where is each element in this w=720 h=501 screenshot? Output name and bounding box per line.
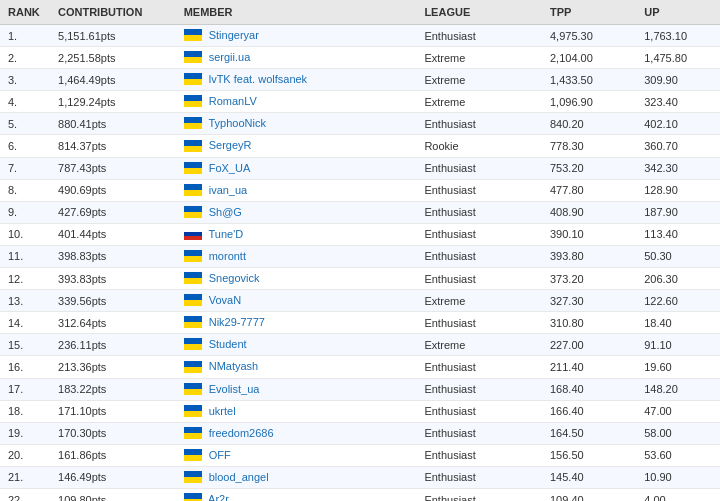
header-member: MEMBER [176, 0, 417, 25]
cell-rank: 22. [0, 488, 50, 501]
cell-league: Enthusiast [416, 113, 542, 135]
cell-member: FoX_UA [176, 157, 417, 179]
cell-rank: 17. [0, 378, 50, 400]
member-link[interactable]: Evolist_ua [209, 383, 260, 395]
cell-member: VovaN [176, 290, 417, 312]
header-rank: RANK [0, 0, 50, 25]
member-link[interactable]: Sh@G [209, 206, 242, 218]
flag-icon [184, 184, 202, 196]
table-row: 2. 2,251.58pts sergii.ua Extreme 2,104.0… [0, 47, 720, 69]
cell-contribution: 787.43pts [50, 157, 176, 179]
cell-league: Enthusiast [416, 179, 542, 201]
flag-icon [184, 162, 202, 174]
flag-icon [184, 338, 202, 350]
cell-member: morontt [176, 245, 417, 267]
header-up: UP [636, 0, 720, 25]
cell-up: 360.70 [636, 135, 720, 157]
cell-rank: 8. [0, 179, 50, 201]
cell-contribution: 339.56pts [50, 290, 176, 312]
table-row: 11. 398.83pts morontt Enthusiast 393.80 … [0, 245, 720, 267]
cell-rank: 4. [0, 91, 50, 113]
cell-league: Enthusiast [416, 157, 542, 179]
cell-up: 122.60 [636, 290, 720, 312]
cell-up: 50.30 [636, 245, 720, 267]
cell-tpp: 211.40 [542, 356, 636, 378]
member-link[interactable]: OFF [209, 449, 231, 461]
member-link[interactable]: morontt [209, 250, 246, 262]
member-link[interactable]: blood_angel [209, 471, 269, 483]
cell-tpp: 109.40 [542, 488, 636, 501]
cell-tpp: 1,096.90 [542, 91, 636, 113]
cell-tpp: 840.20 [542, 113, 636, 135]
member-link[interactable]: Nik29-7777 [209, 316, 265, 328]
cell-contribution: 880.41pts [50, 113, 176, 135]
cell-tpp: 753.20 [542, 157, 636, 179]
cell-contribution: 1,464.49pts [50, 69, 176, 91]
cell-league: Extreme [416, 91, 542, 113]
cell-rank: 20. [0, 444, 50, 466]
flag-icon [184, 294, 202, 306]
cell-contribution: 146.49pts [50, 466, 176, 488]
table-row: 22. 109.80pts Ar2r Enthusiast 109.40 4.0… [0, 488, 720, 501]
cell-member: lvTK feat. wolfsanek [176, 69, 417, 91]
table-row: 16. 213.36pts NMatyash Enthusiast 211.40… [0, 356, 720, 378]
flag-icon [184, 51, 202, 63]
member-link[interactable]: FoX_UA [209, 162, 251, 174]
header-tpp: TPP [542, 0, 636, 25]
cell-contribution: 213.36pts [50, 356, 176, 378]
member-link[interactable]: NMatyash [209, 360, 259, 372]
cell-rank: 9. [0, 201, 50, 223]
cell-league: Enthusiast [416, 268, 542, 290]
flag-icon [184, 272, 202, 284]
member-link[interactable]: RomanLV [209, 95, 257, 107]
member-link[interactable]: freedom2686 [209, 427, 274, 439]
cell-tpp: 164.50 [542, 422, 636, 444]
cell-member: blood_angel [176, 466, 417, 488]
header-contribution: CONTRIBUTION [50, 0, 176, 25]
cell-up: 128.90 [636, 179, 720, 201]
cell-tpp: 408.90 [542, 201, 636, 223]
member-link[interactable]: VovaN [209, 294, 241, 306]
cell-rank: 12. [0, 268, 50, 290]
member-link[interactable]: Snegovick [209, 272, 260, 284]
table-row: 12. 393.83pts Snegovick Enthusiast 373.2… [0, 268, 720, 290]
member-link[interactable]: ivan_ua [209, 184, 248, 196]
cell-member: Ar2r [176, 488, 417, 501]
cell-tpp: 1,433.50 [542, 69, 636, 91]
member-link[interactable]: Stingeryar [209, 29, 259, 41]
cell-contribution: 312.64pts [50, 312, 176, 334]
table-row: 4. 1,129.24pts RomanLV Extreme 1,096.90 … [0, 91, 720, 113]
cell-contribution: 2,251.58pts [50, 47, 176, 69]
member-link[interactable]: sergii.ua [209, 51, 251, 63]
cell-member: Tune'D [176, 223, 417, 245]
cell-rank: 13. [0, 290, 50, 312]
member-link[interactable]: lvTK feat. wolfsanek [209, 73, 307, 85]
flag-icon [184, 140, 202, 152]
cell-up: 1,763.10 [636, 25, 720, 47]
cell-rank: 11. [0, 245, 50, 267]
cell-rank: 14. [0, 312, 50, 334]
flag-icon [184, 405, 202, 417]
cell-league: Enthusiast [416, 466, 542, 488]
cell-up: 10.90 [636, 466, 720, 488]
flag-icon [184, 95, 202, 107]
member-link[interactable]: ukrtel [209, 405, 236, 417]
flag-icon [184, 493, 202, 501]
cell-contribution: 1,129.24pts [50, 91, 176, 113]
member-link[interactable]: Ar2r [208, 493, 229, 501]
cell-contribution: 393.83pts [50, 268, 176, 290]
cell-up: 323.40 [636, 91, 720, 113]
cell-up: 19.60 [636, 356, 720, 378]
member-link[interactable]: Tune'D [208, 228, 243, 240]
cell-tpp: 390.10 [542, 223, 636, 245]
cell-league: Extreme [416, 47, 542, 69]
member-link[interactable]: TyphooNick [208, 117, 265, 129]
flag-icon [184, 117, 202, 129]
cell-tpp: 166.40 [542, 400, 636, 422]
cell-contribution: 109.80pts [50, 488, 176, 501]
flag-icon [184, 427, 202, 439]
cell-member: Stingeryar [176, 25, 417, 47]
leaderboard-table: RANK CONTRIBUTION MEMBER LEAGUE TPP UP 1… [0, 0, 720, 501]
member-link[interactable]: SergeyR [209, 139, 252, 151]
member-link[interactable]: Student [209, 338, 247, 350]
